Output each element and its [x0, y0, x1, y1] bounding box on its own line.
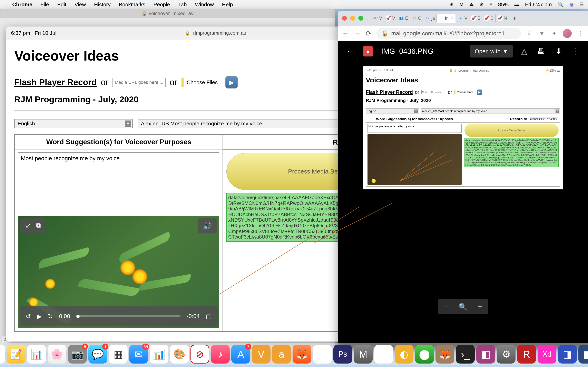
wifi-icon[interactable]: ⌔	[489, 2, 492, 7]
airplay-icon[interactable]: ▢	[206, 313, 212, 320]
notification-center-icon[interactable]: ☰	[579, 2, 584, 7]
profile-avatar[interactable]	[563, 29, 572, 38]
zoom-reset-button[interactable]: 🔍	[458, 303, 467, 311]
star-icon[interactable]: ☆	[526, 30, 533, 37]
battery-icon[interactable]: ▬	[515, 2, 519, 7]
media-url-input[interactable]	[112, 78, 165, 87]
menu-view[interactable]: View	[75, 1, 86, 8]
dock-notes[interactable]: 📝	[7, 345, 26, 364]
chrome-menu-icon[interactable]: ⋮	[577, 30, 584, 37]
zoom-in-button[interactable]: +	[478, 303, 482, 311]
chrome-tab-7[interactable]: 🚀E	[470, 14, 482, 23]
dock-photoshop[interactable]: Ps	[333, 345, 352, 364]
menu-tab[interactable]: Tab	[178, 1, 187, 8]
play-button[interactable]: ▶	[225, 76, 238, 89]
dock-terminal[interactable]: ›_	[456, 345, 475, 364]
extension-icon-1[interactable]: ▼	[538, 30, 545, 37]
dock-app[interactable]: V	[252, 345, 270, 364]
menu-help[interactable]: Help	[222, 1, 233, 8]
window-minimize-button[interactable]	[350, 16, 355, 21]
dock-chrome[interactable]: ◉	[313, 345, 332, 364]
video-progress-bar[interactable]	[76, 315, 181, 317]
content-date: Fri 10 Jul	[35, 30, 57, 36]
menu-window[interactable]: Window	[195, 1, 214, 8]
chrome-tab-0[interactable]: cPV	[371, 14, 383, 23]
forward-button[interactable]: →	[354, 29, 361, 37]
play-icon[interactable]: ▶	[37, 313, 42, 320]
mamp-icon[interactable]: M	[459, 2, 463, 7]
dock-app[interactable]: 🎨	[170, 345, 189, 364]
chrome-tab-6[interactable]: ●V	[457, 14, 468, 23]
dock-gimp[interactable]: 🦊	[435, 345, 454, 364]
dock-messages[interactable]: 💬1	[88, 345, 107, 364]
dock-mail[interactable]: ✉65	[129, 345, 148, 364]
dock-app[interactable]: 📊	[150, 345, 168, 364]
menu-people[interactable]: People	[154, 1, 170, 8]
zoom-out-button[interactable]: −	[444, 303, 448, 311]
add-to-drive-icon[interactable]: △	[521, 47, 527, 56]
viewer-back-button[interactable]: ←	[346, 47, 355, 56]
window-maximize-button[interactable]	[358, 16, 363, 21]
chrome-window: cPV🚀V👥E◎CGjaIn✕●V🚀E🚀C🚀N + ← → ⟳ 🔒 mail.g…	[338, 11, 588, 349]
video-volume-control[interactable]: 🔊	[198, 218, 217, 234]
extensions-icon[interactable]: ✦	[550, 30, 558, 37]
dock-app[interactable]: R	[517, 345, 536, 364]
dock-app[interactable]: ◧	[579, 345, 588, 364]
dock-photos[interactable]: 🌸	[48, 345, 66, 364]
dock-app[interactable]: 📷5	[68, 345, 87, 364]
menu-history[interactable]: History	[94, 1, 111, 8]
chrome-tab-4[interactable]: Gja	[424, 14, 436, 23]
chrome-tab-3[interactable]: ◎C	[410, 14, 423, 23]
bluetooth-icon[interactable]: ✳	[480, 2, 484, 7]
dock-app[interactable]: ▦	[109, 345, 128, 364]
menu-edit[interactable]: Edit	[57, 1, 66, 8]
dock-app[interactable]: a	[272, 345, 291, 364]
more-icon[interactable]: ⋮	[572, 47, 580, 56]
flash-player-record-link[interactable]: Flash Player Record	[14, 77, 97, 87]
dock-app[interactable]: ⊘	[190, 345, 209, 364]
new-tab-button[interactable]: +	[513, 15, 517, 22]
suggestion-textarea[interactable]	[18, 152, 219, 209]
dock-appstore[interactable]: A7	[231, 345, 250, 364]
choose-files-button[interactable]: Choose Files	[182, 78, 222, 87]
siri-icon[interactable]: ◉	[570, 2, 574, 7]
dock-preferences[interactable]: ⚙	[497, 345, 516, 364]
dock-calendar[interactable]: 10	[0, 345, 5, 364]
dock-music[interactable]: ♪	[211, 345, 230, 364]
fullscreen-icon[interactable]: ⤢	[25, 222, 31, 229]
airplay-icon[interactable]: ⏏	[469, 2, 474, 7]
chrome-tab-1[interactable]: 🚀V	[384, 14, 397, 23]
attachment-preview[interactable]: 6:43 pm Fri 10 Jul 🔒 rjmprogramming.com.…	[363, 66, 563, 189]
forward-15-icon[interactable]: ↻	[48, 313, 53, 320]
print-icon[interactable]: 🖶	[537, 47, 545, 56]
download-icon[interactable]: ⬇	[555, 47, 562, 56]
chrome-tab-2[interactable]: 👥E	[397, 14, 409, 23]
dock-app[interactable]: ◨	[558, 345, 577, 364]
dock-app[interactable]: ⬤	[415, 345, 434, 364]
avast-icon[interactable]: ✴	[450, 2, 454, 7]
open-with-button[interactable]: Open with ▼	[470, 45, 513, 58]
dock-app[interactable]: ◎	[374, 345, 393, 364]
chrome-tab-9[interactable]: 🚀N	[496, 14, 508, 23]
video-player[interactable]: ⤢ ⧉ 🔊 ↺ ▶ ↻ 0:00 -0:04 ▢	[18, 216, 219, 328]
menu-file[interactable]: File	[40, 1, 49, 8]
menubar-app-name[interactable]: Chrome	[12, 1, 32, 8]
chrome-tab-8[interactable]: 🚀C	[483, 14, 495, 23]
url-field[interactable]: 🔒 mail.google.com/mail/u/0/#inbox?projec…	[376, 28, 521, 39]
language-select[interactable]: English ▼	[14, 119, 133, 128]
dock-app[interactable]: ◧	[476, 345, 495, 364]
safari-tab[interactable]: 🔒 voiceover_mixed_av	[0, 9, 335, 18]
dock-mamp[interactable]: M	[354, 345, 373, 364]
rewind-15-icon[interactable]: ↺	[26, 313, 31, 320]
window-close-button[interactable]	[342, 16, 347, 21]
spotlight-icon[interactable]: 🔍	[558, 2, 564, 7]
reload-button[interactable]: ⟳	[366, 29, 371, 38]
pip-icon[interactable]: ⧉	[36, 222, 41, 229]
dock-xd[interactable]: Xd	[537, 345, 556, 364]
dock-app[interactable]: ◐	[395, 345, 414, 364]
menu-bookmarks[interactable]: Bookmarks	[119, 1, 145, 8]
back-button[interactable]: ←	[342, 29, 349, 37]
dock-firefox[interactable]: 🦊	[293, 345, 311, 364]
chrome-tab-5[interactable]: In✕	[437, 14, 456, 23]
dock-app[interactable]: 📊	[27, 345, 46, 364]
